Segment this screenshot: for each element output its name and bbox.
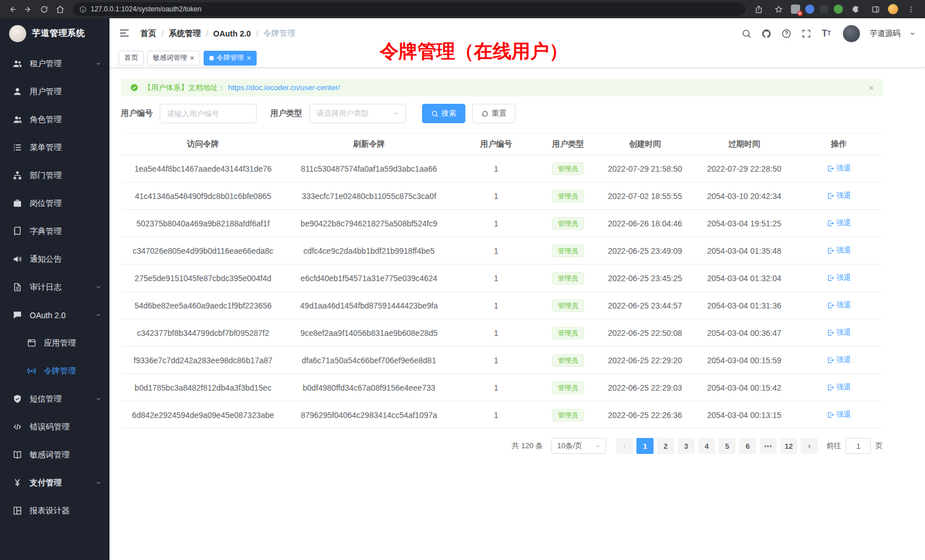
tab-1[interactable]: 敏感词管理× bbox=[147, 51, 200, 66]
breadcrumb-item[interactable]: 系统管理 bbox=[169, 29, 201, 39]
alert-close-icon[interactable]: × bbox=[869, 83, 874, 92]
menu-list-icon bbox=[13, 143, 22, 152]
extension-icon-blue[interactable] bbox=[805, 5, 814, 14]
browser-menu-icon[interactable] bbox=[903, 2, 918, 16]
force-logout-button[interactable]: 强退 bbox=[827, 273, 851, 283]
user-id-input[interactable] bbox=[160, 104, 257, 123]
refresh-icon[interactable] bbox=[36, 2, 51, 16]
tab-active-dot bbox=[209, 56, 214, 60]
force-logout-button[interactable]: 强退 bbox=[827, 409, 851, 420]
page-button-5[interactable]: 5 bbox=[719, 438, 736, 454]
force-logout-button[interactable]: 强退 bbox=[827, 218, 851, 228]
refresh-token-cell: 333ecfc71e02480cb11055c875c3ca0f bbox=[285, 182, 453, 210]
github-icon[interactable] bbox=[761, 28, 772, 39]
force-logout-button[interactable]: 强退 bbox=[827, 300, 851, 310]
user-menu-caret-icon[interactable] bbox=[909, 28, 916, 39]
browser-profile-avatar[interactable] bbox=[888, 4, 898, 14]
doc-alert: 【用户体系】文档地址： https://doc.iocoder.cn/user-… bbox=[121, 79, 883, 96]
breadcrumb-item[interactable]: OAuth 2.0 bbox=[213, 29, 251, 38]
sidebar-item-15[interactable]: 支付管理 bbox=[0, 469, 109, 497]
tab-close-icon[interactable]: × bbox=[247, 54, 251, 62]
side-panel-icon[interactable] bbox=[868, 2, 883, 16]
breadcrumb-item[interactable]: 首页 bbox=[140, 29, 156, 39]
user-name[interactable]: 芋道源码 bbox=[870, 29, 900, 39]
sidebar-item-1[interactable]: 用户管理 bbox=[0, 78, 109, 105]
page-button-6[interactable]: 6 bbox=[739, 438, 756, 454]
search-icon[interactable] bbox=[741, 28, 752, 39]
page-ellipsis[interactable]: ••• bbox=[760, 438, 777, 454]
sidebar-item-13[interactable]: 错误码管理 bbox=[0, 413, 109, 441]
page-button-12[interactable]: 12 bbox=[780, 438, 797, 454]
address-bar[interactable]: 127.0.0.1:1024/system/oauth2/token bbox=[73, 2, 745, 16]
user-id-cell: 1 bbox=[453, 210, 539, 237]
user-id-cell: 1 bbox=[453, 237, 539, 265]
table-body: 1ea5e44f8bc1467aaede43144f31de76811c5304… bbox=[121, 155, 883, 429]
sidebar-item-label: 通知公告 bbox=[30, 254, 102, 265]
user-type-tag: 管理员 bbox=[552, 190, 584, 202]
reset-button[interactable]: 重置 bbox=[472, 104, 516, 123]
chevron-down-icon bbox=[95, 60, 102, 67]
prev-page-button[interactable]: ‹ bbox=[616, 438, 633, 454]
create-time-cell: 2022-06-25 23:45:25 bbox=[597, 265, 693, 292]
user-type-cell: 管理员 bbox=[539, 347, 597, 374]
extension-icon-badged[interactable]: 0 bbox=[791, 5, 800, 14]
expire-time-cell: 2054-03-04 01:35:48 bbox=[693, 237, 795, 265]
sidebar-item-16[interactable]: 报表设计器 bbox=[0, 497, 109, 525]
extension-icon-dark[interactable] bbox=[819, 5, 829, 14]
tab-close-icon[interactable]: × bbox=[190, 54, 194, 62]
back-icon[interactable] bbox=[5, 2, 19, 16]
browser-chrome: 127.0.0.1:1024/system/oauth2/token 0 bbox=[0, 0, 925, 18]
force-logout-button[interactable]: 强退 bbox=[827, 190, 851, 201]
page-size-select[interactable]: 10条/页 bbox=[551, 438, 606, 454]
alert-doc-link[interactable]: https://doc.iocoder.cn/user-center/ bbox=[228, 83, 340, 92]
page-button-3[interactable]: 3 bbox=[677, 438, 695, 454]
sidebar-item-label: 应用管理 bbox=[44, 338, 102, 348]
sidebar-item-8[interactable]: 审计日志 bbox=[0, 273, 109, 301]
user-avatar[interactable] bbox=[843, 25, 860, 42]
forward-icon[interactable] bbox=[21, 2, 35, 16]
tab-2[interactable]: 令牌管理× bbox=[204, 51, 257, 66]
sidebar-item-4[interactable]: 部门管理 bbox=[0, 161, 109, 189]
sidebar-item-0[interactable]: 租户管理 bbox=[0, 50, 109, 78]
force-logout-button[interactable]: 强退 bbox=[827, 245, 851, 255]
force-logout-button[interactable]: 强退 bbox=[827, 382, 851, 392]
expire-time-cell: 2054-03-04 00:36:47 bbox=[693, 319, 795, 347]
font-size-icon[interactable]: TT bbox=[821, 28, 832, 39]
extensions-puzzle-icon[interactable] bbox=[848, 2, 863, 16]
bookmark-star-icon[interactable] bbox=[771, 2, 786, 16]
sidebar-item-14[interactable]: 敏感词管理 bbox=[0, 441, 109, 469]
goto-page-input[interactable] bbox=[846, 438, 871, 454]
tab-0[interactable]: 首页 bbox=[119, 51, 144, 66]
page-button-2[interactable]: 2 bbox=[657, 438, 674, 454]
sidebar-toggle-icon[interactable] bbox=[119, 27, 131, 40]
force-logout-button[interactable]: 强退 bbox=[827, 163, 851, 173]
sidebar-item-9[interactable]: OAuth 2.0 bbox=[0, 301, 109, 329]
app-logo[interactable]: 芋道管理系统 bbox=[0, 18, 109, 48]
extension-icon-green[interactable] bbox=[834, 5, 843, 14]
site-info-icon[interactable] bbox=[79, 6, 87, 13]
sidebar-item-11[interactable]: 令牌管理 bbox=[0, 357, 109, 385]
sidebar-item-6[interactable]: 字典管理 bbox=[0, 217, 109, 245]
force-logout-button[interactable]: 强退 bbox=[827, 327, 851, 338]
force-logout-label: 强退 bbox=[837, 163, 851, 173]
share-icon[interactable] bbox=[751, 2, 766, 16]
sidebar-item-7[interactable]: 通知公告 bbox=[0, 245, 109, 273]
sidebar-item-3[interactable]: 菜单管理 bbox=[0, 133, 109, 161]
sidebar-item-10[interactable]: 应用管理 bbox=[0, 329, 109, 357]
sidebar-item-5[interactable]: 岗位管理 bbox=[0, 189, 109, 217]
page-button-1[interactable]: 1 bbox=[636, 438, 654, 454]
force-logout-button[interactable]: 强退 bbox=[827, 355, 851, 365]
home-icon[interactable] bbox=[52, 2, 67, 16]
user-id-cell: 1 bbox=[453, 155, 539, 182]
sidebar-item-2[interactable]: 角色管理 bbox=[0, 105, 109, 133]
search-button[interactable]: 搜索 bbox=[422, 104, 465, 123]
page-button-4[interactable]: 4 bbox=[698, 438, 715, 454]
create-time-cell: 2022-06-25 22:29:03 bbox=[597, 374, 693, 401]
sidebar-item-12[interactable]: 短信管理 bbox=[0, 385, 109, 413]
create-time-cell: 2022-06-25 23:44:57 bbox=[597, 292, 693, 319]
user-type-select[interactable]: 请选择用户类型 bbox=[309, 104, 406, 123]
oauth-chat-icon bbox=[13, 310, 22, 320]
fullscreen-icon[interactable] bbox=[801, 28, 812, 39]
next-page-button[interactable]: › bbox=[801, 438, 818, 454]
help-icon[interactable] bbox=[781, 28, 792, 39]
